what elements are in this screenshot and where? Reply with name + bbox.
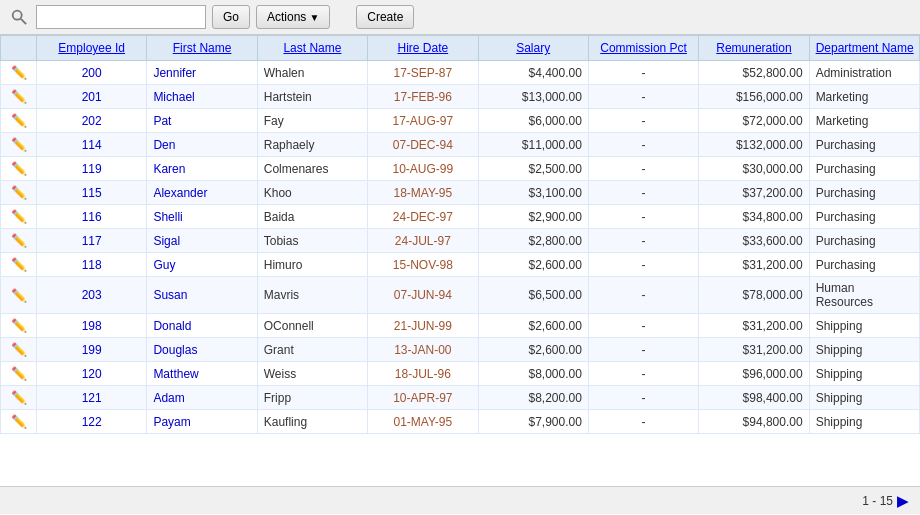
svg-line-1 — [21, 19, 26, 24]
remuneration-cell: $132,000.00 — [699, 133, 809, 157]
last-name-cell: Fay — [257, 109, 367, 133]
col-last-name[interactable]: Last Name — [257, 36, 367, 61]
search-input[interactable] — [36, 5, 206, 29]
edit-cell[interactable]: ✏️ — [1, 109, 37, 133]
employee-id-cell: 203 — [37, 277, 147, 314]
edit-icon[interactable]: ✏️ — [11, 209, 27, 224]
table-row: ✏️122PayamKaufling01-MAY-95$7,900.00-$94… — [1, 410, 920, 434]
table-row: ✏️120MatthewWeiss18-JUL-96$8,000.00-$96,… — [1, 362, 920, 386]
table-row: ✏️200JenniferWhalen17-SEP-87$4,400.00-$5… — [1, 61, 920, 85]
actions-button[interactable]: Actions ▼ — [256, 5, 330, 29]
edit-cell[interactable]: ✏️ — [1, 181, 37, 205]
salary-cell: $2,900.00 — [478, 205, 588, 229]
edit-cell[interactable]: ✏️ — [1, 85, 37, 109]
col-commission-pct[interactable]: Commission Pct — [588, 36, 698, 61]
col-hire-date[interactable]: Hire Date — [368, 36, 478, 61]
toolbar: Go Actions ▼ Create — [0, 0, 920, 35]
edit-cell[interactable]: ✏️ — [1, 410, 37, 434]
edit-icon[interactable]: ✏️ — [11, 161, 27, 176]
table-row: ✏️116ShelliBaida24-DEC-97$2,900.00-$34,8… — [1, 205, 920, 229]
first-name-cell: Karen — [147, 157, 257, 181]
col-remuneration[interactable]: Remuneration — [699, 36, 809, 61]
edit-icon[interactable]: ✏️ — [11, 233, 27, 248]
table-container: Employee Id First Name Last Name Hire Da… — [0, 35, 920, 486]
edit-icon[interactable]: ✏️ — [11, 366, 27, 381]
department-name-cell: Shipping — [809, 386, 919, 410]
col-employee-id[interactable]: Employee Id — [37, 36, 147, 61]
chevron-down-icon: ▼ — [309, 12, 319, 23]
commission-pct-cell: - — [588, 277, 698, 314]
last-name-cell: Raphaely — [257, 133, 367, 157]
col-first-name[interactable]: First Name — [147, 36, 257, 61]
last-name-cell: Mavris — [257, 277, 367, 314]
department-name-cell: Marketing — [809, 85, 919, 109]
department-name-cell: Administration — [809, 61, 919, 85]
footer-bar: 1 - 15 ▶ — [0, 486, 920, 514]
table-header-row: Employee Id First Name Last Name Hire Da… — [1, 36, 920, 61]
edit-icon[interactable]: ✏️ — [11, 257, 27, 272]
commission-pct-cell: - — [588, 338, 698, 362]
commission-pct-cell: - — [588, 61, 698, 85]
edit-cell[interactable]: ✏️ — [1, 362, 37, 386]
last-name-cell: OConnell — [257, 314, 367, 338]
department-name-cell: Shipping — [809, 362, 919, 386]
edit-icon[interactable]: ✏️ — [11, 113, 27, 128]
edit-cell[interactable]: ✏️ — [1, 205, 37, 229]
edit-icon[interactable]: ✏️ — [11, 318, 27, 333]
table-row: ✏️121AdamFripp10-APR-97$8,200.00-$98,400… — [1, 386, 920, 410]
next-page-arrow[interactable]: ▶ — [897, 493, 908, 509]
edit-cell[interactable]: ✏️ — [1, 229, 37, 253]
first-name-cell: Adam — [147, 386, 257, 410]
remuneration-cell: $96,000.00 — [699, 362, 809, 386]
edit-cell[interactable]: ✏️ — [1, 157, 37, 181]
edit-icon[interactable]: ✏️ — [11, 414, 27, 429]
first-name-cell: Jennifer — [147, 61, 257, 85]
first-name-cell: Shelli — [147, 205, 257, 229]
edit-icon[interactable]: ✏️ — [11, 137, 27, 152]
edit-icon[interactable]: ✏️ — [11, 342, 27, 357]
employees-table: Employee Id First Name Last Name Hire Da… — [0, 35, 920, 434]
salary-cell: $11,000.00 — [478, 133, 588, 157]
edit-cell[interactable]: ✏️ — [1, 314, 37, 338]
salary-cell: $2,600.00 — [478, 338, 588, 362]
edit-icon[interactable]: ✏️ — [11, 65, 27, 80]
edit-cell[interactable]: ✏️ — [1, 386, 37, 410]
salary-cell: $7,900.00 — [478, 410, 588, 434]
edit-icon[interactable]: ✏️ — [11, 185, 27, 200]
go-button[interactable]: Go — [212, 5, 250, 29]
table-row: ✏️202PatFay17-AUG-97$6,000.00-$72,000.00… — [1, 109, 920, 133]
hire-date-cell: 21-JUN-99 — [368, 314, 478, 338]
remuneration-cell: $78,000.00 — [699, 277, 809, 314]
edit-cell[interactable]: ✏️ — [1, 253, 37, 277]
edit-icon[interactable]: ✏️ — [11, 390, 27, 405]
table-row: ✏️201MichaelHartstein17-FEB-96$13,000.00… — [1, 85, 920, 109]
edit-icon[interactable]: ✏️ — [11, 89, 27, 104]
col-department-name[interactable]: Department Name — [809, 36, 919, 61]
edit-cell[interactable]: ✏️ — [1, 338, 37, 362]
first-name-cell: Den — [147, 133, 257, 157]
commission-pct-cell: - — [588, 386, 698, 410]
svg-point-0 — [13, 11, 22, 20]
commission-pct-cell: - — [588, 253, 698, 277]
salary-cell: $6,000.00 — [478, 109, 588, 133]
hire-date-cell: 13-JAN-00 — [368, 338, 478, 362]
col-salary[interactable]: Salary — [478, 36, 588, 61]
edit-cell[interactable]: ✏️ — [1, 277, 37, 314]
department-name-cell: Human Resources — [809, 277, 919, 314]
department-name-cell: Shipping — [809, 314, 919, 338]
department-name-cell: Purchasing — [809, 253, 919, 277]
commission-pct-cell: - — [588, 314, 698, 338]
create-button[interactable]: Create — [356, 5, 414, 29]
last-name-cell: Khoo — [257, 181, 367, 205]
edit-icon[interactable]: ✏️ — [11, 288, 27, 303]
employee-id-cell: 119 — [37, 157, 147, 181]
edit-cell[interactable]: ✏️ — [1, 133, 37, 157]
remuneration-cell: $156,000.00 — [699, 85, 809, 109]
remuneration-cell: $33,600.00 — [699, 229, 809, 253]
first-name-cell: Guy — [147, 253, 257, 277]
commission-pct-cell: - — [588, 229, 698, 253]
edit-cell[interactable]: ✏️ — [1, 61, 37, 85]
salary-cell: $8,200.00 — [478, 386, 588, 410]
first-name-cell: Sigal — [147, 229, 257, 253]
employee-id-cell: 120 — [37, 362, 147, 386]
